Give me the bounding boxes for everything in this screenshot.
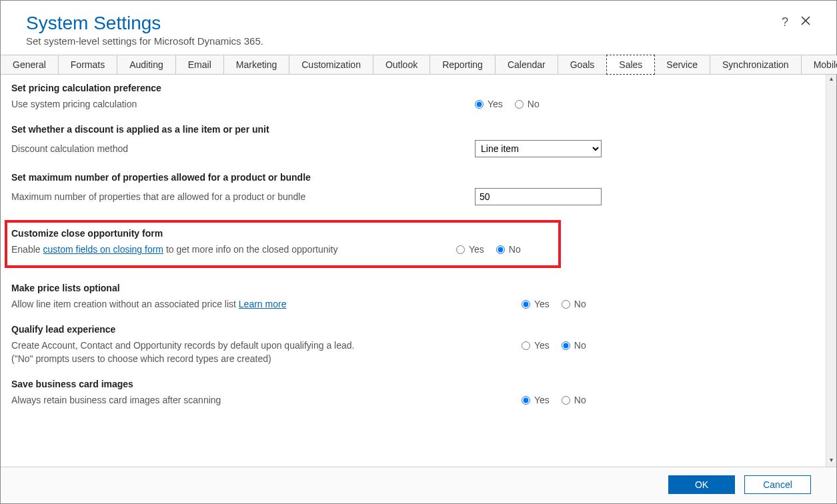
tab-formats[interactable]: Formats xyxy=(59,55,117,74)
section-discount: Set whether a discount is applied as a l… xyxy=(11,124,815,157)
header-left: System Settings Set system-level setting… xyxy=(26,13,263,47)
tab-service[interactable]: Service xyxy=(654,55,710,74)
label-qualify-lead: Create Account, Contact and Opportunity … xyxy=(11,340,522,351)
dialog-footer: OK Cancel xyxy=(1,467,836,503)
tab-synchronization[interactable]: Synchronization xyxy=(710,55,802,74)
tab-reporting[interactable]: Reporting xyxy=(430,55,496,74)
section-pricing: Set pricing calculation preference Use s… xyxy=(11,83,815,109)
help-icon[interactable]: ? xyxy=(782,15,788,29)
tab-outlook[interactable]: Outlook xyxy=(373,55,430,74)
radio-price-lists-yes[interactable]: Yes xyxy=(522,299,550,309)
tab-customization[interactable]: Customization xyxy=(289,55,373,74)
select-discount-method[interactable]: Line item xyxy=(475,140,602,157)
content-wrapper: Set pricing calculation preference Use s… xyxy=(1,75,836,467)
scroll-down-icon[interactable]: ▾ xyxy=(826,456,836,467)
row-biz-card: Always retain business card images after… xyxy=(11,395,815,405)
dialog-header: System Settings Set system-level setting… xyxy=(1,1,836,55)
section-close-opportunity: Customize close opportunity form Enable … xyxy=(5,220,561,268)
link-custom-fields[interactable]: custom fields on closing form xyxy=(43,244,163,255)
section-price-lists-title: Make price lists optional xyxy=(11,283,815,293)
radio-pricing-no[interactable]: No xyxy=(515,99,540,109)
tab-goals[interactable]: Goals xyxy=(558,55,608,74)
tabs-row: General Formats Auditing Email Marketing… xyxy=(1,55,836,75)
label-discount: Discount calculation method xyxy=(11,143,475,154)
scroll-up-icon[interactable]: ▴ xyxy=(826,75,836,85)
label-close-opp: Enable custom fields on closing form to … xyxy=(11,244,456,255)
section-discount-title: Set whether a discount is applied as a l… xyxy=(11,124,815,135)
tab-sales[interactable]: Sales xyxy=(606,55,655,75)
section-qualify-lead-title: Qualify lead experience xyxy=(11,324,815,335)
section-qualify-lead: Qualify lead experience Create Account, … xyxy=(11,324,815,364)
radio-group-pricing: Yes No xyxy=(475,99,608,109)
section-close-opp-title: Customize close opportunity form xyxy=(11,228,554,239)
row-max-props: Maximum number of properties that are al… xyxy=(11,188,815,205)
section-biz-card: Save business card images Always retain … xyxy=(11,379,815,405)
system-settings-dialog: System Settings Set system-level setting… xyxy=(0,0,837,504)
cancel-button[interactable]: Cancel xyxy=(744,475,811,494)
note-qualify-lead: ("No" prompts users to choose which reco… xyxy=(11,353,815,364)
radio-close-opp-yes[interactable]: Yes xyxy=(456,244,484,255)
tab-mobile-client[interactable]: Mobile Client xyxy=(802,55,837,74)
section-pricing-title: Set pricing calculation preference xyxy=(11,83,815,93)
dialog-title: System Settings xyxy=(26,13,263,34)
tab-general[interactable]: General xyxy=(1,55,59,74)
tab-calendar[interactable]: Calendar xyxy=(496,55,558,74)
dialog-subtitle: Set system-level settings for Microsoft … xyxy=(26,35,263,47)
radio-pricing-yes[interactable]: Yes xyxy=(475,99,503,109)
radio-group-qualify-lead: Yes No xyxy=(522,340,655,351)
tab-auditing[interactable]: Auditing xyxy=(117,55,176,74)
row-discount: Discount calculation method Line item xyxy=(11,140,815,157)
label-pricing: Use system pricing calculation xyxy=(11,99,475,109)
radio-qualify-lead-yes[interactable]: Yes xyxy=(522,340,550,351)
section-max-props-title: Set maximum number of properties allowed… xyxy=(11,172,815,183)
section-max-props: Set maximum number of properties allowed… xyxy=(11,172,815,205)
tab-email[interactable]: Email xyxy=(176,55,224,74)
content-panel: Set pricing calculation preference Use s… xyxy=(1,75,826,467)
row-pricing: Use system pricing calculation Yes No xyxy=(11,99,815,109)
radio-group-close-opp: Yes No xyxy=(456,244,590,255)
label-biz-card: Always retain business card images after… xyxy=(11,395,522,405)
row-qualify-lead: Create Account, Contact and Opportunity … xyxy=(11,340,815,351)
radio-price-lists-no[interactable]: No xyxy=(562,299,586,309)
radio-group-biz-card: Yes No xyxy=(522,395,655,405)
radio-close-opp-no[interactable]: No xyxy=(496,244,521,255)
link-learn-more-pricelists[interactable]: Learn more xyxy=(239,299,287,309)
radio-biz-card-yes[interactable]: Yes xyxy=(522,395,550,405)
row-close-opp: Enable custom fields on closing form to … xyxy=(11,244,554,255)
radio-qualify-lead-no[interactable]: No xyxy=(562,340,586,351)
section-biz-card-title: Save business card images xyxy=(11,379,815,389)
radio-biz-card-no[interactable]: No xyxy=(562,395,586,405)
header-right: ? xyxy=(782,13,811,29)
section-price-lists: Make price lists optional Allow line ite… xyxy=(11,283,815,309)
label-price-lists: Allow line item creation without an asso… xyxy=(11,299,522,309)
label-max-props: Maximum number of properties that are al… xyxy=(11,191,475,202)
row-price-lists: Allow line item creation without an asso… xyxy=(11,299,815,309)
vertical-scrollbar[interactable]: ▴ ▾ xyxy=(826,75,836,467)
radio-group-price-lists: Yes No xyxy=(522,299,655,309)
input-max-props[interactable] xyxy=(475,188,602,205)
tab-marketing[interactable]: Marketing xyxy=(224,55,289,74)
ok-button[interactable]: OK xyxy=(668,475,735,494)
close-icon[interactable] xyxy=(800,15,811,29)
